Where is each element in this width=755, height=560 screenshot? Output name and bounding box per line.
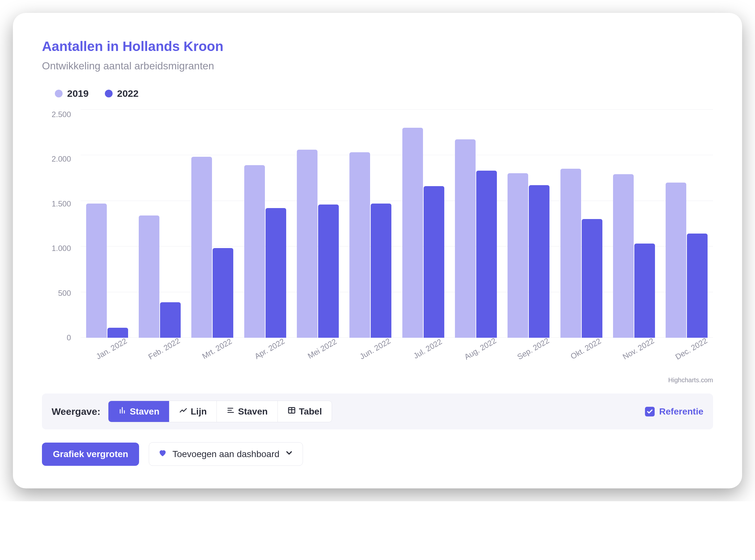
bar[interactable] [582, 219, 602, 338]
view-option-table[interactable]: Tabel [278, 401, 332, 422]
add-to-dashboard-button[interactable]: Toevoegen aan dashboard [149, 442, 303, 466]
view-option-bar-chart[interactable]: Staven [108, 401, 170, 422]
bar[interactable] [371, 203, 391, 338]
y-tick: 500 [42, 289, 77, 298]
bar-group [555, 109, 608, 338]
bar[interactable] [687, 234, 708, 338]
y-tick: 2.500 [42, 110, 77, 119]
hbar-chart-icon [226, 406, 235, 417]
bar[interactable] [424, 186, 444, 338]
line-chart-icon [179, 406, 187, 417]
plot-area [81, 109, 713, 338]
legend-swatch [105, 90, 113, 97]
checkbox-checked-icon [645, 407, 655, 417]
y-axis: 2.5002.0001.5001.0005000 [42, 105, 77, 338]
enlarge-chart-button[interactable]: Grafiek vergroten [42, 443, 139, 466]
chevron-down-icon [284, 448, 294, 460]
add-to-dashboard-label: Toevoegen aan dashboard [172, 449, 279, 459]
bar[interactable] [86, 203, 107, 338]
card-actions: Grafiek vergroten Toevoegen aan dashboar… [42, 442, 713, 466]
view-option-line-chart[interactable]: Lijn [170, 401, 217, 422]
reference-toggle[interactable]: Referentie [645, 406, 703, 417]
chart-credit[interactable]: Highcharts.com [42, 377, 713, 384]
bar-group [186, 109, 239, 338]
bar[interactable] [560, 169, 581, 338]
heart-icon [158, 448, 167, 460]
table-icon [287, 406, 296, 417]
bar-group [291, 109, 344, 338]
bars-container [81, 109, 713, 338]
bar[interactable] [139, 216, 159, 338]
y-tick: 1.000 [42, 244, 77, 253]
bar[interactable] [476, 171, 497, 338]
reference-label: Referentie [659, 406, 703, 417]
legend-label: 2019 [67, 88, 89, 99]
chart-card: Aantallen in Hollands Kroon Ontwikkeling… [13, 13, 742, 488]
chart-legend: 20192022 [42, 88, 713, 99]
bar-group [660, 109, 713, 338]
bar[interactable] [665, 183, 686, 338]
y-tick: 2.000 [42, 155, 77, 163]
bar-group [133, 109, 186, 338]
card-title: Aantallen in Hollands Kroon [42, 39, 713, 54]
bar[interactable] [244, 165, 265, 338]
y-tick: 1.500 [42, 199, 77, 208]
card-subtitle: Ontwikkeling aantal arbeidsmigranten [42, 60, 713, 72]
chart-area: 2.5002.0001.5001.0005000 Jan. 2022Feb. 2… [42, 105, 713, 370]
y-tick: 0 [42, 333, 77, 342]
bar[interactable] [350, 152, 370, 338]
view-segmented-control: StavenLijnStavenTabel [108, 401, 332, 422]
view-option-label: Staven [238, 406, 268, 417]
legend-item[interactable]: 2022 [105, 88, 139, 99]
bar[interactable] [455, 139, 476, 338]
bar[interactable] [318, 204, 339, 338]
bar-group [502, 109, 555, 338]
bar[interactable] [213, 248, 233, 338]
view-option-label: Staven [130, 406, 159, 417]
bar[interactable] [191, 157, 212, 338]
bar-chart-icon [118, 406, 126, 417]
legend-swatch [55, 90, 63, 97]
x-axis: Jan. 2022Feb. 2022Mrt. 2022Apr. 2022Mei … [81, 341, 713, 370]
legend-label: 2022 [117, 88, 139, 99]
bar-group [344, 109, 397, 338]
bar[interactable] [613, 174, 634, 338]
bar-group [81, 109, 133, 338]
bar[interactable] [265, 208, 286, 338]
view-option-label: Tabel [299, 406, 322, 417]
legend-item[interactable]: 2019 [55, 88, 89, 99]
bar-group [450, 109, 502, 338]
toolbar-label: Weergave: [52, 406, 100, 417]
view-option-label: Lijn [191, 406, 207, 417]
bar[interactable] [508, 173, 528, 338]
bar[interactable] [634, 243, 655, 338]
view-option-hbar-chart[interactable]: Staven [217, 401, 278, 422]
bar[interactable] [529, 185, 550, 338]
view-toolbar: Weergave: StavenLijnStavenTabel Referent… [42, 394, 713, 429]
bar[interactable] [297, 150, 317, 338]
bar-group [397, 109, 450, 338]
bar-group [608, 109, 660, 338]
bar[interactable] [402, 128, 423, 338]
bar-group [239, 109, 291, 338]
